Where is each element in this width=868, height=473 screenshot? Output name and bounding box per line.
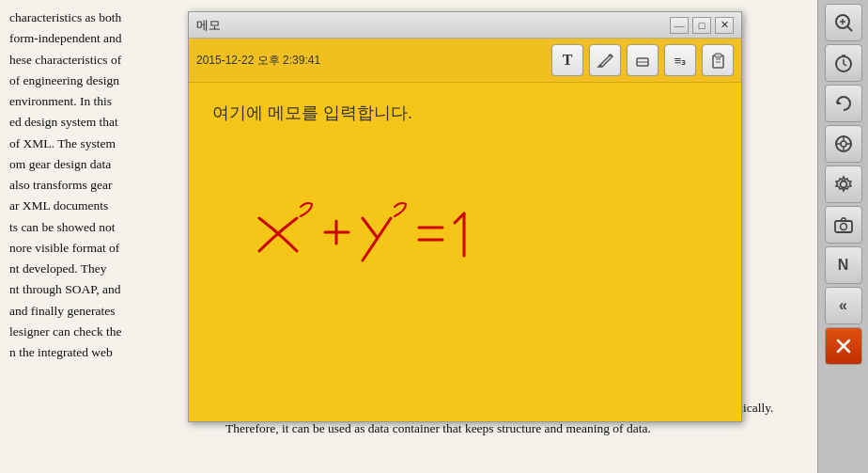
- memo-timestamp: 2015-12-22 오후 2:39:41: [196, 53, 320, 69]
- svg-point-22: [840, 224, 846, 230]
- camera-button[interactable]: [825, 206, 862, 244]
- svg-point-15: [841, 141, 846, 147]
- connect-button[interactable]: [825, 125, 862, 163]
- pen-tool-button[interactable]: [589, 44, 621, 76]
- timer-icon: [833, 53, 854, 73]
- refresh-button[interactable]: [825, 85, 862, 122]
- doc-line-17: n the integrated web: [9, 342, 169, 363]
- doc-line-3: hese characteristics of: [9, 50, 169, 71]
- close-button[interactable]: ✕: [715, 17, 734, 34]
- doc-line-6: ed design system that: [9, 112, 169, 133]
- memo-title: 메모: [196, 17, 221, 34]
- gear-icon: [833, 174, 854, 195]
- close-x-button[interactable]: [825, 327, 862, 365]
- svg-line-6: [847, 26, 852, 31]
- svg-marker-13: [837, 100, 842, 104]
- doc-line-1: characteristics as both: [9, 8, 169, 28]
- x-icon: [835, 338, 852, 355]
- doc-line-10: ar XML documents: [9, 196, 169, 216]
- equation-canvas: [212, 143, 718, 331]
- doc-line-9: also transforms gear: [9, 175, 169, 196]
- refresh-icon: [833, 93, 854, 114]
- doc-line-8: om gear design data: [9, 154, 169, 175]
- handwritten-equation: [231, 143, 513, 312]
- doc-line-13: nt developed. They: [9, 259, 169, 279]
- paste-tool-button[interactable]: [702, 44, 734, 76]
- minimize-button[interactable]: —: [670, 17, 689, 34]
- text-tool-button[interactable]: T: [551, 44, 583, 76]
- badge-button[interactable]: N: [825, 246, 862, 284]
- memo-toolbar: 2015-12-22 오후 2:39:41 T ≡₃: [189, 39, 741, 83]
- memo-window: 메모 — □ ✕ 2015-12-22 오후 2:39:41 T: [188, 11, 742, 422]
- doc-line-12: nore visible format of: [9, 238, 169, 259]
- svg-rect-2: [715, 54, 721, 57]
- right-sidebar: N «: [817, 0, 868, 473]
- zoom-magnify-button[interactable]: [825, 4, 862, 41]
- memo-placeholder-text: 여기에 메모를 입력합니다.: [212, 102, 718, 124]
- camera-icon: [833, 214, 854, 235]
- eraser-icon: [633, 51, 652, 70]
- list-tool-button[interactable]: ≡₃: [664, 44, 696, 76]
- doc-line-11: ts can be showed not: [9, 217, 169, 238]
- pen-icon: [596, 51, 614, 70]
- doc-left-column: characteristics as both form-independent…: [0, 0, 178, 473]
- doc-line-5: environment. In this: [9, 91, 169, 112]
- clipboard-icon: [708, 51, 727, 70]
- eraser-tool-button[interactable]: [627, 44, 659, 76]
- restore-button[interactable]: □: [692, 17, 711, 34]
- doc-line-7: of XML. The system: [9, 134, 169, 154]
- settings-button[interactable]: [825, 166, 862, 203]
- doc-line-14: nt through SOAP, and: [9, 279, 169, 300]
- timer-button[interactable]: [825, 44, 862, 82]
- connect-icon: [833, 134, 854, 154]
- doc-line-4: of engineering design: [9, 71, 169, 91]
- doc-line-16: lesigner can check the: [9, 322, 169, 342]
- doc-line-2: form-independent and: [9, 28, 169, 49]
- memo-titlebar: 메모 — □ ✕: [189, 12, 741, 39]
- doc-line-15: and finally generates: [9, 301, 169, 322]
- back-arrows-button[interactable]: «: [825, 287, 862, 324]
- toolbar-buttons: T ≡₃: [551, 44, 734, 76]
- magnify-icon: [833, 12, 854, 33]
- svg-point-20: [840, 181, 846, 188]
- window-controls: — □ ✕: [670, 17, 734, 34]
- memo-body[interactable]: 여기에 메모를 입력합니다.: [189, 83, 741, 421]
- svg-line-11: [844, 64, 846, 66]
